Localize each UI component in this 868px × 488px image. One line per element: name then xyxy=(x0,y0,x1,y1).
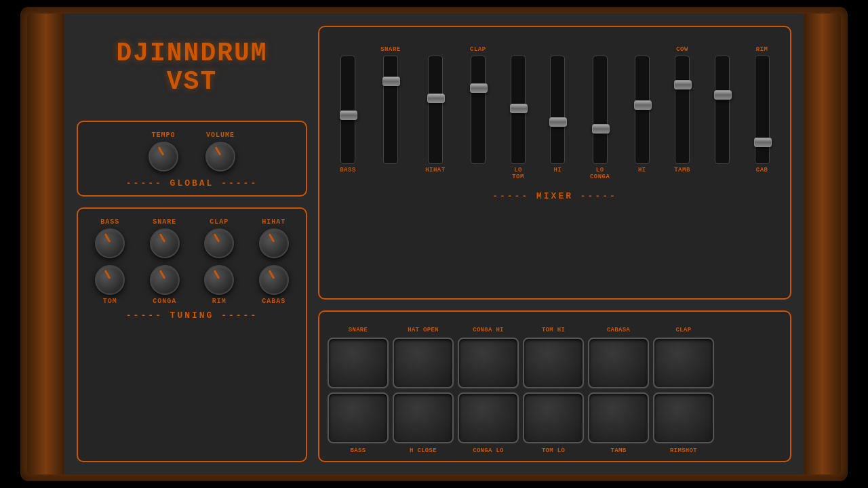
pad-bottom-row xyxy=(328,392,782,443)
volume-label: VOLUME xyxy=(206,131,235,139)
mixer-lo-conga-track[interactable] xyxy=(593,56,608,164)
tuning-tom-label: TOM xyxy=(103,298,117,305)
pad-bass[interactable] xyxy=(328,392,389,443)
mixer-snare-col2: HIHAT xyxy=(425,34,446,187)
tuning-cabas-label: CABAS xyxy=(262,298,285,305)
right-column: BASS SNARE H xyxy=(318,26,791,462)
mixer-snare-thumb1[interactable] xyxy=(382,77,400,86)
mixer-bass-label: BASS xyxy=(340,167,356,187)
tuning-clap-knob[interactable] xyxy=(204,228,234,258)
mixer-lo-conga-thumb[interactable] xyxy=(592,124,610,134)
mixer-clap-top1: CLAP xyxy=(470,34,486,53)
mixer-hi-col: HI xyxy=(550,34,565,187)
tuning-clap: CLAP xyxy=(194,218,245,258)
pad-tom-lo[interactable] xyxy=(523,392,584,443)
pad-label-tom-hi: TOM HI xyxy=(523,319,584,333)
tuning-clap-label: CLAP xyxy=(210,218,229,226)
mixer-hi-conga-track[interactable] xyxy=(635,56,650,164)
mixer-snare-col1: SNARE xyxy=(380,34,401,187)
mixer-hi-conga-label: HI xyxy=(638,167,646,187)
pad-top-labels: SNARE HAT OPEN CONGA HI TOM HI CABASA CL… xyxy=(328,319,782,333)
pad-top-row xyxy=(328,338,782,388)
mixer-lo-conga-col: LOCONGA xyxy=(590,34,610,187)
mixer-clap-col2: LOTOM xyxy=(511,34,526,187)
pad-hat-open[interactable] xyxy=(393,338,454,388)
mixer-clap-label2: LOTOM xyxy=(512,167,524,187)
mixer-snare-track1[interactable] xyxy=(383,56,398,164)
mixer-bass-col: BASS xyxy=(340,34,356,187)
mixer-rim-col: RIM CAB xyxy=(755,34,770,187)
pad-bottom-label-h-close: H CLOSE xyxy=(393,447,454,454)
mixer-rim-label: CAB xyxy=(756,167,768,187)
volume-knob[interactable] xyxy=(205,142,235,171)
mixer-clap-track1[interactable] xyxy=(471,56,486,164)
tuning-snare-label: SNARE xyxy=(153,218,176,226)
tuning-tom-knob[interactable] xyxy=(95,265,125,295)
mixer-hi-conga-col: HI xyxy=(635,34,650,187)
mixer-bass-thumb[interactable] xyxy=(340,110,357,120)
pad-section: SNARE HAT OPEN CONGA HI TOM HI CABASA CL… xyxy=(318,310,791,462)
pad-tom-hi[interactable] xyxy=(523,338,584,388)
mixer-hi-conga-thumb[interactable] xyxy=(634,100,652,110)
tempo-knob[interactable] xyxy=(149,142,178,171)
mixer-bass-track[interactable] xyxy=(340,56,355,164)
pad-bottom-label-tamb: TAMB xyxy=(588,447,649,454)
mixer-rim-track[interactable] xyxy=(755,56,770,164)
wood-frame: DJINNDRUM VST TEMPO VOLUME ----- GLOBAL xyxy=(20,7,848,481)
tuning-cabas-knob[interactable] xyxy=(259,265,289,295)
mixer-snare-thumb2[interactable] xyxy=(427,94,445,103)
mixer-clap-track2[interactable] xyxy=(511,56,526,164)
pad-clap[interactable] xyxy=(653,338,714,388)
global-knobs: TEMPO VOLUME xyxy=(92,131,292,171)
mixer-cow-label1: TAMB xyxy=(674,167,690,187)
title-block: DJINNDRUM VST xyxy=(77,26,307,110)
mixer-section: BASS SNARE H xyxy=(318,26,791,300)
tuning-hihat-label: HIHAT xyxy=(262,218,285,226)
tuning-conga-knob[interactable] xyxy=(150,265,180,295)
tuning-rim-label: RIM xyxy=(212,298,226,305)
mixer-cow-track1[interactable] xyxy=(675,56,690,164)
pad-conga-lo[interactable] xyxy=(458,392,519,443)
pad-cabasa[interactable] xyxy=(588,338,649,388)
mixer-lo-conga-label: LOCONGA xyxy=(590,167,610,187)
volume-container: VOLUME xyxy=(205,131,235,171)
mixer-cow-thumb2[interactable] xyxy=(714,90,732,100)
pad-label-cabasa: CABASA xyxy=(588,319,649,333)
mixer-rim-thumb[interactable] xyxy=(754,138,772,147)
tuning-grid: BASS SNARE CLAP HIHAT xyxy=(85,218,299,305)
mixer-rim-top: RIM xyxy=(756,34,768,53)
mixer-cow-col2 xyxy=(715,34,730,187)
pad-label-clap: CLAP xyxy=(653,319,714,333)
mixer-hi-label: HI xyxy=(554,167,562,187)
pad-bottom-labels: BASS H CLOSE CONGA LO TOM LO TAMB RIMSHO… xyxy=(328,447,782,454)
mixer-cow-track2[interactable] xyxy=(715,56,730,164)
mixer-hi-thumb[interactable] xyxy=(549,117,567,127)
tuning-snare-knob[interactable] xyxy=(150,228,180,258)
pad-label-conga-hi: CONGA HI xyxy=(458,319,519,333)
mixer-clap-thumb2[interactable] xyxy=(510,104,528,113)
pad-bottom-label-conga-lo: CONGA LO xyxy=(458,447,519,454)
global-label: ----- GLOBAL ----- xyxy=(92,178,292,188)
pad-snare[interactable] xyxy=(328,338,389,388)
tempo-label: TEMPO xyxy=(151,131,175,139)
tuning-rim-knob[interactable] xyxy=(204,265,234,295)
wood-left xyxy=(27,14,64,474)
tuning-label: ----- TUNING ----- xyxy=(85,310,299,321)
tuning-hihat-knob[interactable] xyxy=(259,228,289,258)
tuning-section: BASS SNARE CLAP HIHAT xyxy=(77,207,307,462)
pad-h-close[interactable] xyxy=(393,392,454,443)
pad-rimshot[interactable] xyxy=(653,392,714,443)
pad-bottom-label-rimshot: RIMSHOT xyxy=(653,447,714,454)
tuning-cabas: CABAS xyxy=(249,265,300,305)
mixer-snare-track2[interactable] xyxy=(428,56,443,164)
mixer-clap-col1: CLAP xyxy=(470,34,486,187)
main-panel: DJINNDRUM VST TEMPO VOLUME ----- GLOBAL xyxy=(64,14,804,474)
mixer-clap-thumb1[interactable] xyxy=(470,83,488,93)
pad-conga-hi[interactable] xyxy=(458,338,519,388)
mixer-hi-track[interactable] xyxy=(550,56,565,164)
pad-tamb[interactable] xyxy=(588,392,649,443)
tuning-snare: SNARE xyxy=(140,218,191,258)
global-section: TEMPO VOLUME ----- GLOBAL ----- xyxy=(77,121,307,197)
mixer-cow-thumb1[interactable] xyxy=(674,80,692,89)
tuning-bass-knob[interactable] xyxy=(95,228,125,258)
